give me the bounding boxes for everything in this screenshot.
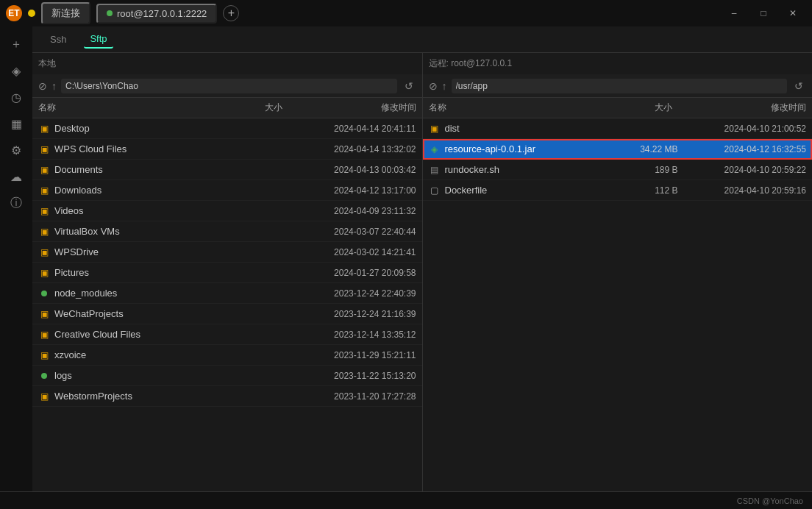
local-refresh-button[interactable]: ↺ [402,79,416,93]
file-name: WeChatProjects [54,308,210,319]
tab-sftp[interactable]: Sftp [84,30,113,49]
local-panel-header: 本地 [32,53,422,74]
file-time: 2024-04-14 20:41:11 [299,124,416,134]
active-tab[interactable]: root@127.0.0.1:2222 [96,4,217,24]
remote-nav-back-icon[interactable]: ⊘ [429,80,438,92]
remote-col-size: 大小 [591,102,685,114]
local-col-size: 大小 [201,102,294,114]
maximize-button[interactable]: □ [750,4,777,22]
sidebar-icon-gear[interactable]: ⚙ [4,138,28,162]
folder-green-icon [38,370,50,382]
list-item[interactable]: ▣ VirtualBox VMs 2024-03-07 22:40:44 [32,221,422,242]
content-area: Ssh Sftp 本地 ⊘ ↑ ↺ 名称 大小 修改时间 ▣ [32,26,812,491]
status-dot [28,10,35,17]
file-time: 2024-04-12 16:32:55 [690,144,807,154]
file-time: 2024-04-13 00:03:42 [299,165,416,175]
title-bar: ET 新连接 root@127.0.0.1:2222 + – □ ✕ [0,0,812,26]
remote-panel: 远程: root@127.0.0.1 ⊘ ↑ ↺ 名称 大小 修改时间 ▣ di… [422,53,813,491]
file-time: 2024-04-10 21:00:52 [690,124,807,134]
list-item[interactable]: ◈ resource-api-0.0.1.jar 34.22 MB 2024-0… [423,139,813,160]
jar-icon: ◈ [429,143,441,155]
file-time: 2023-11-22 15:13:20 [299,371,416,381]
file-time: 2024-03-02 14:21:41 [299,247,416,257]
minimize-button[interactable]: – [721,4,747,22]
file-time: 2023-11-29 15:21:11 [299,350,416,360]
file-name: xzvoice [54,349,210,360]
folder-icon: ▣ [38,164,50,176]
file-name: Downloads [54,185,210,196]
remote-path-input[interactable] [452,79,788,93]
sidebar-icon-clock[interactable]: ◷ [4,85,28,109]
list-item[interactable]: ▣ WPSDrive 2024-03-02 14:21:41 [32,242,422,263]
local-col-time: 修改时间 [294,102,416,114]
local-path-input[interactable] [61,79,397,93]
local-panel: 本地 ⊘ ↑ ↺ 名称 大小 修改时间 ▣ Desktop 2024-04-14… [32,53,422,491]
folder-icon: ▣ [38,329,50,341]
list-item[interactable]: ▤ rundocker.sh 189 B 2024-04-10 20:59:22 [423,160,813,180]
folder-icon: ▣ [38,185,50,196]
file-name: Videos [54,205,210,216]
list-item[interactable]: ▣ Pictures 2024-01-27 20:09:58 [32,263,422,283]
list-item[interactable]: ▣ dist 2024-04-10 21:00:52 [423,118,813,139]
list-item[interactable]: ▣ WeChatProjects 2023-12-24 21:16:39 [32,304,422,324]
folder-icon: ▣ [38,349,50,361]
app-icon: ET [6,5,22,21]
file-time: 2023-12-24 22:40:39 [299,288,416,299]
file-name: Dockerfile [445,185,600,196]
list-item[interactable]: ▣ Desktop 2024-04-14 20:41:11 [32,118,422,139]
folder-icon: ▣ [38,391,50,402]
file-name: logs [54,370,210,381]
list-item[interactable]: ▢ Dockerfile 112 B 2024-04-10 20:59:16 [423,180,813,201]
file-size: 34.22 MB [600,144,690,154]
sidebar-icon-plus[interactable]: ＋ [4,32,28,56]
file-time: 2024-04-10 20:59:22 [690,165,807,175]
list-item[interactable]: ▣ Creative Cloud Files 2023-12-14 13:35:… [32,324,422,345]
remote-nav-up-icon[interactable]: ↑ [442,80,447,92]
local-file-list: ▣ Desktop 2024-04-14 20:41:11 ▣ WPS Clou… [32,118,422,491]
main-layout: ＋ ◈ ◷ ▦ ⚙ ☁ ⓘ Ssh Sftp 本地 ⊘ ↑ ↺ [0,26,812,491]
sidebar-icon-image[interactable]: ▦ [4,112,28,135]
list-item[interactable]: ▣ WPS Cloud Files 2024-04-14 13:32:02 [32,139,422,160]
file-time: 2023-12-24 21:16:39 [299,309,416,319]
list-item[interactable]: ▣ Documents 2024-04-13 00:03:42 [32,160,422,180]
window-controls: – □ ✕ [721,4,806,22]
file-time: 2024-04-09 23:11:32 [299,206,416,216]
title-bar-left: ET 新连接 root@127.0.0.1:2222 + [6,2,239,24]
status-bar: CSDN @YonChao [0,491,812,509]
file-name: Pictures [54,267,210,278]
file-name: WPSDrive [54,246,210,257]
add-tab-button[interactable]: + [223,5,239,21]
remote-path-bar: ⊘ ↑ ↺ [423,74,813,98]
local-nav-back-icon[interactable]: ⊘ [38,80,47,92]
file-name: WebstormProjects [54,391,210,402]
remote-column-headers: 名称 大小 修改时间 [423,98,813,118]
file-name: WPS Cloud Files [54,143,210,154]
file-name: Creative Cloud Files [54,329,210,340]
remote-panel-header: 远程: root@127.0.0.1 [423,53,813,74]
tab-ssh[interactable]: Ssh [44,31,72,48]
file-time: 2024-04-12 13:17:00 [299,185,416,196]
folder-green-icon [38,288,50,299]
sidebar-icon-bookmark[interactable]: ◈ [4,59,28,82]
file-name: Desktop [54,123,210,134]
list-item[interactable]: ▣ Downloads 2024-04-12 13:17:00 [32,180,422,201]
list-item[interactable]: logs 2023-11-22 15:13:20 [32,366,422,386]
protocol-tab-bar: Ssh Sftp [32,26,812,53]
remote-refresh-button[interactable]: ↺ [791,79,806,93]
close-button[interactable]: ✕ [780,4,806,22]
list-item[interactable]: node_modules 2023-12-24 22:40:39 [32,283,422,304]
file-time: 2024-04-14 13:32:02 [299,144,416,154]
sidebar-icon-cloud[interactable]: ☁ [4,165,28,188]
local-nav-up-icon[interactable]: ↑ [51,80,57,92]
folder-icon: ▣ [38,205,50,217]
list-item[interactable]: ▣ WebstormProjects 2023-11-20 17:27:28 [32,386,422,407]
status-text: CSDN @YonChao [737,496,803,505]
list-item[interactable]: ▣ xzvoice 2023-11-29 15:21:11 [32,345,422,366]
remote-col-time: 修改时间 [684,102,806,114]
file-name: resource-api-0.0.1.jar [445,143,600,154]
list-item[interactable]: ▣ Videos 2024-04-09 23:11:32 [32,201,422,221]
folder-icon: ▣ [38,143,50,155]
new-connection-button[interactable]: 新连接 [41,2,90,24]
sidebar-icon-info[interactable]: ⓘ [4,191,28,215]
folder-icon: ▣ [38,246,50,258]
